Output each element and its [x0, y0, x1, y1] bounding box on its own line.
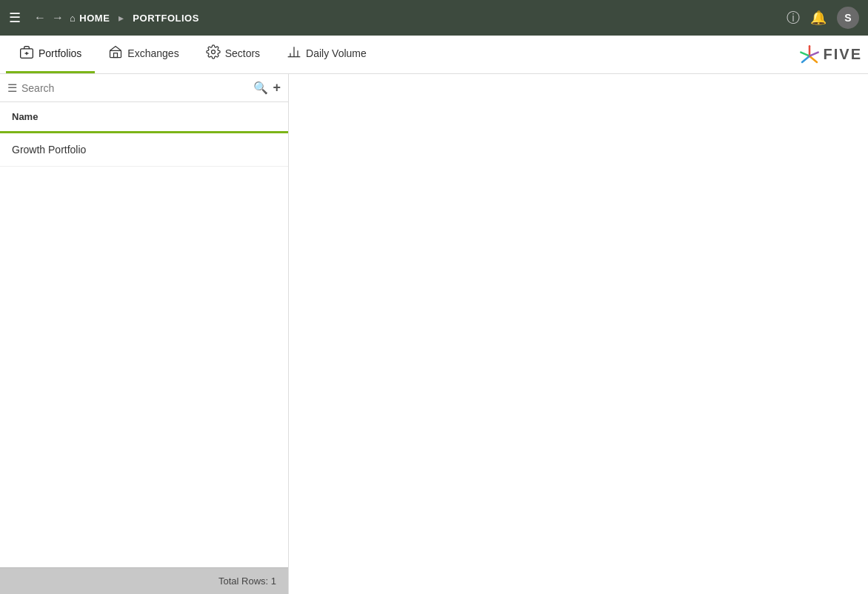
- top-navbar: ☰ ← → ⌂ HOME ▸ PORTFOLIOS ⓘ 🔔 S: [0, 0, 868, 36]
- home-icon: ⌂: [70, 13, 76, 24]
- tab-sectors[interactable]: Sectors: [193, 36, 273, 73]
- home-label: HOME: [79, 13, 110, 24]
- daily-volume-icon: [287, 44, 301, 62]
- svg-line-12: [809, 56, 817, 61]
- table-footer: Total Rows: 1: [0, 567, 288, 594]
- tab-bar: Portfolios Exchanges Sectors: [0, 36, 868, 74]
- current-page-label: PORTFOLIOS: [133, 13, 199, 24]
- svg-point-5: [211, 50, 215, 54]
- svg-line-11: [802, 56, 809, 61]
- table-body: Growth Portfolio: [0, 133, 288, 567]
- five-logo-icon: [798, 44, 821, 66]
- tab-portfolios-label: Portfolios: [39, 47, 81, 59]
- home-nav-button[interactable]: ⌂ HOME: [70, 13, 110, 24]
- back-button[interactable]: ←: [34, 11, 46, 24]
- help-icon[interactable]: ⓘ: [787, 9, 800, 27]
- add-icon[interactable]: +: [273, 80, 281, 96]
- tab-daily-volume-label: Daily Volume: [306, 47, 367, 59]
- table-header-name: Name: [12, 111, 38, 122]
- row-name: Growth Portfolio: [12, 144, 86, 156]
- hamburger-menu-icon[interactable]: ☰: [9, 10, 21, 26]
- notification-bell-icon[interactable]: 🔔: [810, 10, 827, 26]
- five-logo-text: FIVE: [824, 46, 862, 63]
- breadcrumb-separator: ▸: [118, 12, 124, 24]
- portfolios-icon: [19, 44, 34, 62]
- search-icon[interactable]: 🔍: [253, 81, 268, 95]
- tab-portfolios[interactable]: Portfolios: [6, 36, 95, 73]
- svg-line-13: [801, 52, 809, 56]
- exchanges-icon: [108, 44, 123, 62]
- five-logo-area: FIVE: [798, 44, 862, 66]
- tab-sectors-label: Sectors: [225, 47, 260, 59]
- tab-exchanges[interactable]: Exchanges: [95, 36, 192, 73]
- total-rows-label: Total Rows: 1: [218, 575, 276, 587]
- table-header: Name: [0, 102, 288, 133]
- tab-daily-volume[interactable]: Daily Volume: [273, 36, 380, 73]
- left-panel: ☰ 🔍 + Name Growth Portfolio Total Rows: …: [0, 74, 289, 594]
- table-row[interactable]: Growth Portfolio: [0, 133, 288, 167]
- search-bar: ☰ 🔍 +: [0, 74, 288, 102]
- svg-rect-3: [110, 50, 121, 57]
- search-input[interactable]: [21, 82, 249, 94]
- tab-exchanges-label: Exchanges: [127, 47, 178, 59]
- svg-rect-4: [114, 53, 118, 58]
- user-initial: S: [844, 12, 851, 24]
- forward-button[interactable]: →: [52, 11, 64, 24]
- main-content: ☰ 🔍 + Name Growth Portfolio Total Rows: …: [0, 74, 868, 594]
- right-panel: [289, 74, 868, 594]
- sectors-icon: [206, 44, 221, 62]
- filter-icon[interactable]: ☰: [7, 81, 17, 95]
- svg-line-14: [809, 52, 818, 56]
- user-avatar[interactable]: S: [837, 7, 859, 29]
